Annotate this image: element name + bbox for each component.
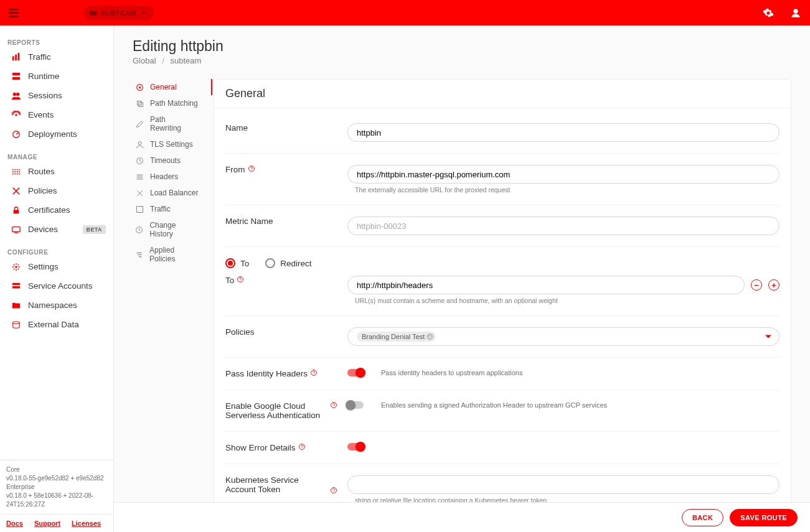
sidebar-footer-links: Docs Support Licenses [0, 514, 113, 532]
svg-rect-10 [13, 210, 19, 213]
svg-rect-22 [136, 206, 143, 212]
svg-point-6 [12, 92, 16, 95]
svg-point-8 [15, 114, 17, 116]
events-icon [12, 111, 21, 119]
sidebar-section-manage: MANAGE [0, 150, 113, 162]
name-input[interactable] [347, 123, 779, 142]
sidebar-item-devices[interactable]: DevicesBETA [0, 220, 113, 239]
svg-rect-19 [138, 102, 143, 106]
enterprise-label: Enterprise [6, 483, 107, 492]
gcloud-label: Enable Google Cloud Serverless Authentic… [225, 401, 337, 420]
help-icon[interactable] [330, 401, 337, 409]
general-icon [136, 83, 144, 91]
copy-icon [136, 100, 144, 108]
from-input[interactable] [347, 165, 779, 184]
back-button[interactable]: BACK [682, 509, 723, 526]
help-icon[interactable] [237, 276, 244, 283]
applied-icon [135, 251, 143, 259]
namespace-selector[interactable]: SUBTEAM [83, 6, 154, 21]
core-label: Core [6, 465, 107, 474]
pass-identity-toggle[interactable] [347, 369, 364, 376]
history-icon [135, 226, 143, 234]
setnav-headers[interactable]: Headers [133, 169, 201, 185]
core-version: v0.18.0-55-ge9e52d82 + e9e52d82 [6, 474, 107, 483]
pass-identity-label: Pass Identity Headers [225, 369, 337, 378]
docs-link[interactable]: Docs [6, 520, 23, 527]
svg-rect-2 [15, 54, 17, 60]
remove-chip-button[interactable]: × [426, 334, 433, 340]
radio-to[interactable]: To [225, 258, 249, 268]
sidebar-item-settings[interactable]: Settings [0, 257, 113, 276]
devices-icon [12, 225, 21, 234]
policies-select[interactable]: Branding Denial Test× [347, 327, 779, 346]
svg-rect-3 [17, 53, 19, 60]
metric-name-input[interactable] [347, 217, 779, 235]
help-icon[interactable] [248, 165, 255, 172]
lock-icon [12, 206, 21, 215]
user-account-button[interactable] [790, 7, 801, 19]
setnav-path-matching[interactable]: Path Matching [133, 95, 201, 111]
setnav-applied-policies[interactable]: Applied Policies [133, 242, 201, 267]
breadcrumb-subteam[interactable]: subteam [170, 56, 201, 65]
sidebar-item-events[interactable]: Events [0, 105, 113, 124]
sidebar-item-deployments[interactable]: Deployments [0, 124, 113, 144]
breadcrumb: Global / subteam [133, 56, 791, 65]
from-hint: The externally accessible URL for the pr… [355, 186, 779, 194]
sidebar-version-info: Core v0.18.0-55-ge9e52d82 + e9e52d82 Ent… [0, 460, 113, 514]
main-scroll[interactable]: Editing httpbin Global / subteam General… [114, 27, 810, 502]
help-icon[interactable] [298, 443, 306, 450]
help-icon[interactable] [330, 487, 337, 494]
folder-icon [12, 301, 21, 310]
sidebar-item-namespaces[interactable]: Namespaces [0, 296, 113, 315]
deployments-icon [12, 130, 21, 139]
sidebar-item-external-data[interactable]: External Data [0, 315, 113, 334]
remove-to-button[interactable]: − [751, 279, 762, 291]
sidebar-item-certificates[interactable]: Certificates [0, 200, 113, 220]
setnav-general[interactable]: General [133, 79, 201, 95]
settings-nav: General Path Matching Path Rewriting TLS… [133, 79, 201, 267]
gcloud-toggle[interactable] [347, 401, 364, 409]
sidebar-item-traffic[interactable]: Traffic [0, 47, 113, 67]
sidebar-item-routes[interactable]: Routes [0, 162, 113, 181]
chevron-down-icon [765, 335, 771, 338]
svg-point-20 [138, 141, 141, 144]
runtime-icon [12, 72, 21, 81]
radio-redirect[interactable]: Redirect [265, 258, 311, 268]
save-route-button[interactable]: SAVE ROUTE [730, 509, 798, 526]
sidebar-item-service-accounts[interactable]: Service Accounts [0, 276, 113, 296]
setnav-traffic[interactable]: Traffic [133, 201, 201, 217]
user-icon [790, 7, 801, 19]
gear-icon [12, 263, 21, 271]
namespace-label: SUBTEAM [101, 9, 136, 17]
ksa-label: Kubernetes Service Account Token [225, 475, 337, 502]
breadcrumb-global[interactable]: Global [133, 56, 156, 65]
beta-badge: BETA [83, 225, 106, 234]
to-input[interactable] [347, 276, 745, 294]
sidebar-item-policies[interactable]: Policies [0, 181, 113, 200]
setnav-change-history[interactable]: Change History [133, 217, 201, 242]
setnav-tls-settings[interactable]: TLS Settings [133, 136, 201, 152]
setnav-timeouts[interactable]: Timeouts [133, 152, 201, 169]
settings-gear-button[interactable] [763, 7, 774, 19]
sidebar-item-sessions[interactable]: Sessions [0, 86, 113, 105]
setnav-path-rewriting[interactable]: Path Rewriting [133, 111, 201, 136]
action-bar: BACK SAVE ROUTE [114, 502, 810, 532]
sidebar-item-runtime[interactable]: Runtime [0, 67, 113, 86]
pass-identity-desc: Pass identity headers to upstream applic… [381, 369, 522, 376]
add-to-button[interactable]: + [768, 279, 779, 291]
show-error-toggle[interactable] [347, 443, 364, 450]
ksa-input[interactable] [347, 475, 779, 494]
top-bar: SUBTEAM [0, 0, 810, 26]
page-title: Editing httpbin [133, 38, 791, 55]
svg-point-12 [15, 266, 17, 268]
help-icon[interactable] [310, 369, 318, 376]
user-icon [136, 141, 144, 149]
svg-point-15 [12, 321, 19, 324]
headers-icon [136, 173, 144, 181]
ksa-hint: string or relative file location contain… [355, 497, 779, 502]
clock-icon [136, 157, 144, 165]
support-link[interactable]: Support [34, 520, 60, 527]
setnav-load-balancer[interactable]: Load Balancer [133, 185, 201, 201]
licenses-link[interactable]: Licenses [72, 520, 101, 527]
metric-name-label: Metric Name [225, 217, 337, 235]
